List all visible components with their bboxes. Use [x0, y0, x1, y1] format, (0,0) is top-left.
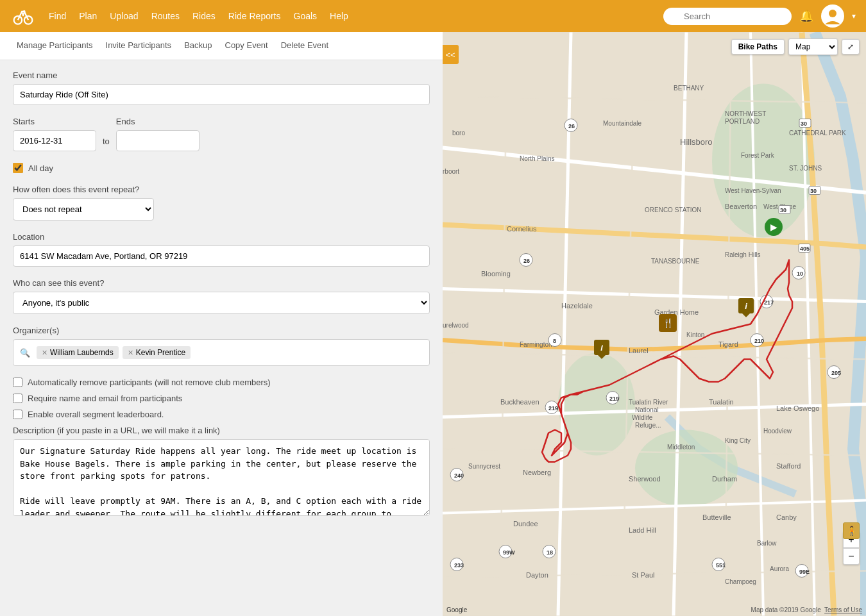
form-area: Event name Starts to Ends All day — [0, 60, 443, 540]
svg-text:boro: boro — [452, 129, 465, 137]
bike-paths-button[interactable]: Bike Paths — [731, 39, 785, 54]
info-marker-1[interactable]: i — [738, 298, 754, 313]
starts-group: Starts — [13, 117, 96, 151]
nav-find[interactable]: Find — [49, 11, 66, 21]
visibility-select[interactable]: Anyone, it's public Club members only On… — [13, 292, 430, 314]
organizer-search-icon: 🔍 — [20, 348, 30, 358]
allday-checkbox[interactable] — [13, 163, 23, 173]
map-container: << Bike Paths Map Satellite Terrain ⤢ — [443, 32, 866, 616]
svg-text:30: 30 — [810, 188, 817, 194]
svg-text:National: National — [635, 406, 659, 413]
starts-input[interactable] — [13, 130, 96, 151]
svg-text:urelwood: urelwood — [443, 322, 469, 329]
nav-ride-reports[interactable]: Ride Reports — [228, 11, 281, 21]
svg-text:NORTHWEST: NORTHWEST — [725, 110, 766, 117]
description-textarea[interactable]: Our Signature Saturday Ride happens all … — [13, 439, 430, 516]
search-input[interactable] — [663, 8, 792, 25]
svg-point-3 — [829, 10, 836, 17]
require-name-checkbox[interactable] — [13, 394, 22, 403]
ends-group: Ends — [116, 117, 200, 151]
svg-text:210: 210 — [754, 338, 764, 344]
description-group: Description (if you paste in a URL, we w… — [13, 426, 430, 518]
logo[interactable] — [10, 3, 36, 29]
nav-rides[interactable]: Rides — [192, 11, 216, 21]
chevron-down-icon[interactable]: ▾ — [852, 12, 856, 21]
svg-text:TANASBOURNE: TANASBOURNE — [651, 258, 700, 265]
organizers-box[interactable]: 🔍 ✕ William Laubernds ✕ Kevin Prentice — [13, 339, 430, 366]
svg-text:99E: 99E — [799, 569, 810, 575]
sub-nav-invite-participants[interactable]: Invite Participants — [99, 32, 178, 60]
user-avatar[interactable] — [821, 4, 844, 28]
svg-text:Hoodview: Hoodview — [763, 428, 792, 435]
svg-text:219: 219 — [609, 395, 619, 402]
google-attribution: Google — [446, 606, 467, 613]
auto-remove-checkbox[interactable] — [13, 378, 22, 387]
svg-text:Farmington: Farmington — [520, 341, 552, 348]
svg-text:Canby: Canby — [776, 513, 797, 521]
svg-text:Mountaindale: Mountaindale — [603, 120, 641, 127]
map-type-select[interactable]: Map Satellite Terrain — [788, 38, 838, 55]
svg-text:Beaverton: Beaverton — [725, 203, 757, 210]
nav-routes[interactable]: Routes — [151, 11, 180, 21]
terms-link[interactable]: Terms of Use — [824, 606, 862, 613]
nav-upload[interactable]: Upload — [110, 11, 138, 21]
svg-text:551: 551 — [716, 562, 726, 569]
svg-text:405: 405 — [800, 246, 810, 252]
segment-lb-checkbox[interactable] — [13, 410, 22, 419]
require-name-option: Require name and email from participants — [13, 394, 430, 403]
svg-text:West Haven-Sylvan: West Haven-Sylvan — [725, 187, 781, 194]
auto-remove-option: Automatically remove participants (will … — [13, 378, 430, 387]
svg-text:Champoeg: Champoeg — [725, 578, 756, 585]
svg-text:Sherwood: Sherwood — [629, 475, 661, 483]
svg-text:King City: King City — [725, 437, 751, 444]
sub-nav-manage-participants[interactable]: Manage Participants — [10, 32, 99, 60]
event-name-label: Event name — [13, 71, 430, 80]
sub-nav-delete-event[interactable]: Delete Event — [275, 32, 335, 60]
svg-text:10: 10 — [797, 271, 803, 277]
pegman-button[interactable]: 🧍 — [843, 522, 860, 539]
svg-text:26: 26 — [523, 258, 530, 264]
ends-input[interactable] — [116, 130, 200, 151]
svg-text:Newberg: Newberg — [523, 469, 551, 476]
map-controls-top: Bike Paths Map Satellite Terrain ⤢ — [731, 38, 860, 55]
bell-icon[interactable]: 🔔 — [799, 9, 813, 23]
remove-william-button[interactable]: ✕ — [42, 349, 47, 357]
svg-text:Raleigh Hills: Raleigh Hills — [725, 251, 761, 258]
svg-text:240: 240 — [454, 472, 464, 479]
svg-point-2 — [23, 10, 26, 13]
nav-help[interactable]: Help — [330, 11, 348, 21]
nav-goals[interactable]: Goals — [294, 11, 318, 21]
event-name-input[interactable] — [13, 84, 430, 105]
svg-text:Laurel: Laurel — [629, 347, 649, 354]
repeat-select[interactable]: Does not repeat Daily Weekly Monthly Ann… — [13, 198, 154, 221]
zoom-out-button[interactable]: − — [843, 548, 860, 565]
svg-text:Buckheaven: Buckheaven — [500, 398, 539, 406]
location-input[interactable] — [13, 246, 430, 267]
map-toggle-button[interactable]: << — [443, 45, 459, 64]
nav-plan[interactable]: Plan — [79, 11, 97, 21]
sub-nav-backup[interactable]: Backup — [178, 32, 218, 60]
organizer-search-input[interactable] — [194, 348, 423, 358]
map-expand-button[interactable]: ⤢ — [842, 39, 860, 54]
require-name-label: Require name and email from participants — [28, 394, 182, 403]
sub-nav-copy-event[interactable]: Copy Event — [219, 32, 275, 60]
visibility-group: Who can see this event? Anyone, it's pub… — [13, 278, 430, 314]
remove-kevin-button[interactable]: ✕ — [128, 349, 133, 357]
svg-text:30: 30 — [801, 121, 807, 127]
top-nav: Find Plan Upload Routes Rides Ride Repor… — [0, 0, 866, 32]
svg-text:Tigard: Tigard — [718, 340, 738, 348]
svg-text:Butteville: Butteville — [702, 513, 731, 521]
svg-text:Barlow: Barlow — [757, 540, 777, 547]
svg-text:Tualatin River: Tualatin River — [629, 399, 668, 406]
info-marker-2[interactable]: i — [594, 340, 609, 355]
svg-point-7 — [635, 430, 738, 507]
svg-text:CATHEDRAL PARK: CATHEDRAL PARK — [789, 129, 846, 137]
svg-text:St Paul: St Paul — [632, 571, 654, 579]
organizer-name-kevin: Kevin Prentice — [136, 348, 185, 357]
svg-text:Sunnycrest: Sunnycrest — [468, 463, 500, 470]
repeat-label: How often does this event repeat? — [13, 185, 430, 194]
svg-text:233: 233 — [454, 562, 464, 569]
svg-text:Dayton: Dayton — [526, 571, 548, 579]
svg-text:North Plains: North Plains — [520, 155, 554, 162]
ends-label: Ends — [116, 117, 200, 126]
